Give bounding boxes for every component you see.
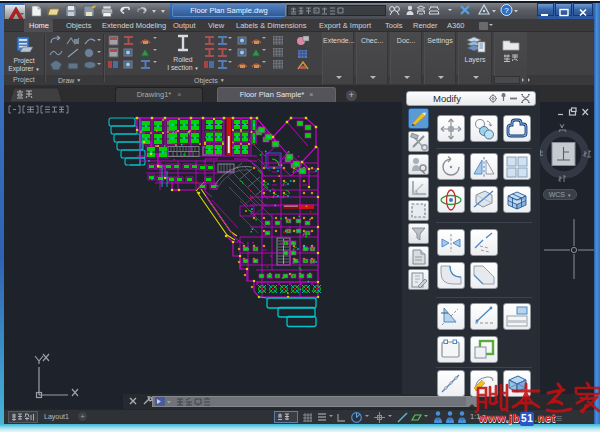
- svg-text:?: ?: [504, 6, 509, 15]
